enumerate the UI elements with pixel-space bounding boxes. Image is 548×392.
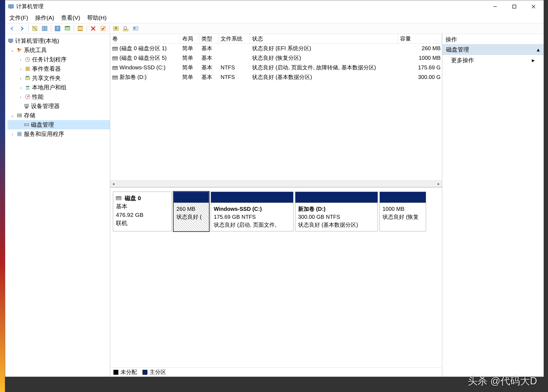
tree-shared-folders[interactable]: › 共享文件夹 [7, 73, 110, 83]
expand-icon[interactable]: › [18, 85, 23, 90]
partition-box[interactable]: 260 MB状态良好 ( [173, 192, 209, 231]
svg-rect-45 [24, 124, 29, 126]
tree-disk-management[interactable]: 磁盘管理 [7, 120, 110, 129]
svg-rect-14 [78, 26, 83, 27]
menu-action[interactable]: 操作(A) [35, 14, 54, 22]
disk-label-box[interactable]: 磁盘 0 基本 476.92 GB 联机 [113, 192, 172, 231]
menu-view[interactable]: 查看(V) [61, 14, 80, 22]
toolbar-icon[interactable] [30, 24, 39, 33]
svg-rect-1 [10, 8, 12, 8]
tree-pane[interactable]: 计算机管理(本地) ⌄ 系统工具 › 任务计划程序 › 事件查看器 › 共享文件… [5, 34, 110, 377]
volume-row[interactable]: 新加卷 (D:)简单基本NTFS状态良好 (基本数据分区)300.00 G [110, 72, 442, 82]
up-icon[interactable] [111, 24, 121, 33]
partition-header [174, 192, 209, 203]
close-button[interactable] [524, 0, 543, 13]
toolbar-icon[interactable] [40, 24, 49, 33]
search-icon[interactable] [121, 24, 130, 33]
toolbar-icon[interactable] [76, 24, 85, 33]
svg-rect-25 [10, 42, 12, 43]
tree-root[interactable]: 计算机管理(本地) [7, 36, 110, 46]
separator [28, 25, 28, 32]
tree-storage[interactable]: ⌄ 存储 [7, 111, 110, 120]
tree-services-apps[interactable]: › 服务和应用程序 [7, 129, 110, 139]
storage-icon [16, 112, 22, 119]
tree-system-tools[interactable]: ⌄ 系统工具 [7, 46, 110, 55]
expand-icon[interactable]: › [18, 57, 23, 62]
disk-size: 476.92 GB [116, 211, 169, 219]
chevron-right-icon: ▸ [532, 57, 535, 64]
menu-file[interactable]: 文件(F) [9, 14, 28, 22]
collapse-icon[interactable]: ▴ [537, 46, 540, 53]
volume-rows: (磁盘 0 磁盘分区 1)简单基本状态良好 (EFI 系统分区)260 MB(磁… [110, 44, 442, 180]
hdd-icon [112, 47, 118, 51]
delete-icon[interactable] [89, 24, 98, 33]
expand-icon[interactable]: › [10, 132, 15, 137]
disk-icon [23, 122, 30, 128]
hdd-icon [112, 76, 118, 79]
actions-sub-label: 磁盘管理 [446, 46, 469, 53]
titlebar[interactable]: 计算机管理 [5, 0, 544, 13]
toolbar-icon[interactable] [63, 24, 72, 33]
col-volume[interactable]: 卷 [110, 34, 180, 43]
partition-box[interactable]: 新加卷 (D:)300.00 GB NTFS状态良好 (基本数据分区) [295, 192, 378, 231]
tree-task-scheduler[interactable]: › 任务计划程序 [7, 55, 110, 64]
maximize-button[interactable] [505, 0, 524, 13]
actions-more[interactable]: 更多操作 ▸ [442, 55, 544, 66]
actions-sub[interactable]: 磁盘管理 ▴ [442, 44, 544, 55]
forward-button[interactable] [17, 24, 27, 33]
separator [74, 25, 74, 32]
back-button[interactable] [7, 24, 17, 33]
collapse-icon[interactable]: ⌄ [10, 48, 15, 53]
volume-row[interactable]: Windows-SSD (C:)简单基本NTFS状态良好 (启动, 页面文件, … [110, 63, 442, 72]
partition-box[interactable]: Windows-SSD (C:)175.69 GB NTFS状态良好 (启动, … [211, 192, 293, 231]
clock-icon [24, 56, 31, 63]
svg-rect-0 [8, 4, 13, 8]
tree-label: 系统工具 [24, 46, 47, 54]
separator [109, 25, 110, 32]
help-button[interactable]: ? [53, 24, 62, 33]
tree-label: 共享文件夹 [32, 74, 61, 82]
menu-help[interactable]: 帮助(H) [87, 14, 107, 22]
toolbar-icon[interactable] [131, 24, 140, 33]
tree-local-users[interactable]: › 本地用户和组 [7, 83, 110, 92]
expand-icon[interactable]: › [18, 67, 23, 71]
tools-icon [16, 47, 22, 53]
svg-rect-20 [123, 30, 128, 31]
tree-label: 服务和应用程序 [24, 130, 64, 138]
partition-header [295, 192, 378, 203]
volume-row[interactable]: (磁盘 0 磁盘分区 1)简单基本状态良好 (EFI 系统分区)260 MB [110, 44, 442, 53]
disk-map[interactable]: 磁盘 0 基本 476.92 GB 联机 260 MB状态良好 (Windows… [110, 188, 442, 234]
col-fs[interactable]: 文件系统 [218, 34, 250, 43]
svg-point-35 [26, 86, 28, 87]
svg-rect-8 [45, 26, 47, 31]
tree-event-viewer[interactable]: › 事件查看器 [7, 64, 110, 73]
tree-device-manager[interactable]: 设备管理器 [7, 101, 110, 111]
col-type[interactable]: 类型 [199, 34, 218, 43]
svg-rect-11 [65, 27, 70, 30]
services-icon [16, 131, 22, 137]
legend-label: 主分区 [150, 368, 166, 376]
minimize-button[interactable] [486, 0, 505, 13]
horizontal-scrollbar[interactable]: ◄ ► [110, 180, 442, 187]
volume-row[interactable]: (磁盘 0 磁盘分区 5)简单基本状态良好 (恢复分区)1000 MB [110, 53, 442, 63]
svg-rect-40 [25, 107, 28, 108]
partition-box[interactable]: 1000 MB状态良好 (恢复 [379, 192, 426, 231]
hdd-icon [112, 66, 118, 70]
tree-performance[interactable]: › 性能 [7, 92, 110, 101]
col-capacity[interactable]: 容量 [398, 34, 442, 43]
volume-list[interactable]: 卷 布局 类型 文件系统 状态 容量 (磁盘 0 磁盘分区 1)简单基本状态良好… [110, 34, 442, 188]
center-pane: 卷 布局 类型 文件系统 状态 容量 (磁盘 0 磁盘分区 1)简单基本状态良好… [110, 34, 442, 377]
scroll-right-icon[interactable]: ► [435, 181, 442, 187]
tree-label: 任务计划程序 [32, 56, 67, 63]
collapse-icon[interactable]: ⌄ [10, 113, 15, 118]
scroll-left-icon[interactable]: ◄ [110, 181, 117, 187]
expand-icon[interactable]: › [18, 76, 23, 81]
expand-icon[interactable]: › [18, 95, 23, 99]
tree-label: 存储 [24, 112, 35, 119]
tree-label: 本地用户和组 [32, 84, 67, 91]
separator [51, 25, 51, 32]
users-icon [24, 84, 31, 91]
check-icon[interactable] [98, 24, 108, 33]
col-layout[interactable]: 布局 [180, 34, 199, 43]
col-status[interactable]: 状态 [250, 34, 398, 43]
